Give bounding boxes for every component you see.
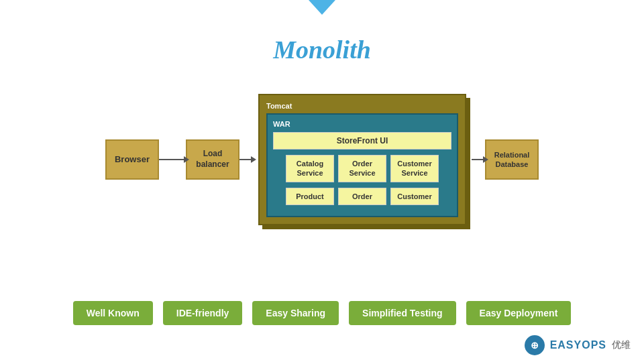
logo-icon: ⊕ xyxy=(525,335,545,355)
logo-icon-letter: ⊕ xyxy=(531,340,539,351)
connector-browser-lb xyxy=(159,159,186,160)
catalog-service-box: CatalogService xyxy=(286,155,334,182)
tomcat-container: Tomcat WAR StoreFront UI CatalogService … xyxy=(258,94,466,225)
customer-service-box: CustomerService xyxy=(390,155,439,182)
storefront-bar: StoreFront UI xyxy=(273,132,451,149)
customer-service-label: CustomerService xyxy=(397,160,431,177)
browser-box: Browser xyxy=(105,139,159,180)
badge-easy-sharing: Easy Sharing xyxy=(252,301,339,325)
product-db-label: Product xyxy=(296,192,324,200)
tomcat-wrapper: Tomcat WAR StoreFront UI CatalogService … xyxy=(258,94,466,225)
load-balancer-label: Loadbalancer xyxy=(196,149,229,170)
customer-db-label: Customer xyxy=(397,192,431,200)
badge-well-known: Well Known xyxy=(73,301,153,325)
badge-easy-deployment: Easy Deployment xyxy=(466,301,572,325)
customer-db-box: Customer xyxy=(390,188,439,205)
tomcat-label: Tomcat xyxy=(266,102,458,110)
badges-row: Well Known IDE-friendly Easy Sharing Sim… xyxy=(0,301,644,325)
order-service-box: OrderService xyxy=(338,155,386,182)
services-row: CatalogService OrderService CustomerServ… xyxy=(273,155,451,182)
logo-text: EASYOPS xyxy=(550,339,606,351)
load-balancer-box: Loadbalancer xyxy=(186,139,239,180)
relational-db-label: RelationalDatabase xyxy=(494,150,530,170)
connector-lb-tomcat xyxy=(239,159,253,160)
order-service-label: OrderService xyxy=(349,160,375,177)
badge-simplified-testing: Simplified Testing xyxy=(349,301,456,325)
catalog-service-label: CatalogService xyxy=(297,160,323,177)
relational-db-box: RelationalDatabase xyxy=(485,139,539,180)
war-container: WAR StoreFront UI CatalogService OrderSe… xyxy=(266,113,458,217)
product-db-box: Product xyxy=(286,188,334,205)
connector-tomcat-db xyxy=(472,159,485,160)
top-accent-icon xyxy=(309,0,335,15)
logo-cn: 优维 xyxy=(612,339,631,351)
order-db-label: Order xyxy=(352,192,372,200)
order-db-box: Order xyxy=(338,188,386,205)
badge-ide-friendly: IDE-friendly xyxy=(163,301,243,325)
diagram-area: Browser Loadbalancer Tomcat WAR StoreFro… xyxy=(0,94,644,225)
logo-area: ⊕ EASYOPS 优维 xyxy=(525,335,631,355)
browser-label: Browser xyxy=(115,154,150,164)
war-label: WAR xyxy=(273,120,451,128)
db-row: Product Order Customer xyxy=(273,188,451,205)
page-title: Monolith xyxy=(0,35,644,64)
